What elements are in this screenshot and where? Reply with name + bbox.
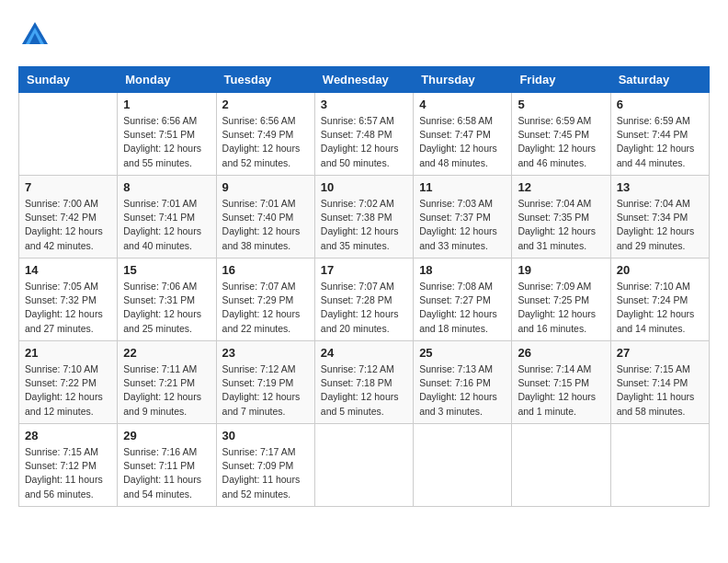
calendar-cell: 18Sunrise: 7:08 AM Sunset: 7:27 PM Dayli…: [414, 259, 512, 341]
day-number: 10: [321, 180, 407, 194]
day-number: 7: [25, 180, 111, 194]
day-header-friday: Friday: [512, 67, 610, 93]
day-header-tuesday: Tuesday: [216, 67, 314, 93]
day-number: 15: [123, 263, 210, 277]
day-info: Sunrise: 7:05 AM Sunset: 7:32 PM Dayligh…: [25, 280, 111, 336]
day-info: Sunrise: 6:56 AM Sunset: 7:51 PM Dayligh…: [123, 114, 210, 170]
day-header-monday: Monday: [118, 67, 216, 93]
day-number: 8: [123, 180, 210, 194]
calendar-cell: 4Sunrise: 6:58 AM Sunset: 7:47 PM Daylig…: [414, 93, 512, 176]
day-info: Sunrise: 7:00 AM Sunset: 7:42 PM Dayligh…: [25, 197, 111, 253]
day-info: Sunrise: 7:10 AM Sunset: 7:22 PM Dayligh…: [25, 362, 111, 419]
day-number: 28: [25, 429, 111, 442]
day-info: Sunrise: 7:17 AM Sunset: 7:09 PM Dayligh…: [222, 445, 309, 501]
calendar-cell: 21Sunrise: 7:10 AM Sunset: 7:22 PM Dayli…: [19, 341, 118, 424]
calendar-cell: 23Sunrise: 7:12 AM Sunset: 7:19 PM Dayli…: [216, 341, 314, 424]
day-info: Sunrise: 6:57 AM Sunset: 7:48 PM Dayligh…: [321, 114, 407, 170]
day-info: Sunrise: 7:11 AM Sunset: 7:21 PM Dayligh…: [123, 362, 210, 419]
day-info: Sunrise: 7:07 AM Sunset: 7:28 PM Dayligh…: [321, 280, 407, 336]
day-info: Sunrise: 7:04 AM Sunset: 7:34 PM Dayligh…: [617, 197, 703, 253]
calendar-cell: 5Sunrise: 6:59 AM Sunset: 7:45 PM Daylig…: [512, 93, 610, 176]
calendar-cell: 24Sunrise: 7:12 AM Sunset: 7:18 PM Dayli…: [314, 341, 413, 424]
day-info: Sunrise: 7:14 AM Sunset: 7:15 PM Dayligh…: [518, 362, 604, 419]
calendar-cell: 9Sunrise: 7:01 AM Sunset: 7:40 PM Daylig…: [216, 176, 314, 259]
day-number: 5: [518, 98, 604, 111]
calendar-cell: 28Sunrise: 7:15 AM Sunset: 7:12 PM Dayli…: [19, 424, 118, 507]
day-number: 18: [419, 263, 506, 277]
day-header-sunday: Sunday: [19, 67, 118, 93]
day-header-thursday: Thursday: [414, 67, 512, 93]
day-info: Sunrise: 7:15 AM Sunset: 7:12 PM Dayligh…: [25, 445, 111, 501]
header: [18, 18, 710, 52]
day-number: 13: [617, 180, 703, 194]
week-row-3: 14Sunrise: 7:05 AM Sunset: 7:32 PM Dayli…: [19, 259, 710, 341]
day-info: Sunrise: 7:04 AM Sunset: 7:35 PM Dayligh…: [518, 197, 604, 253]
day-number: 19: [518, 263, 604, 277]
day-info: Sunrise: 7:09 AM Sunset: 7:25 PM Dayligh…: [518, 280, 604, 336]
day-number: 2: [222, 98, 309, 111]
calendar-cell: 13Sunrise: 7:04 AM Sunset: 7:34 PM Dayli…: [610, 176, 709, 259]
calendar-cell: 7Sunrise: 7:00 AM Sunset: 7:42 PM Daylig…: [19, 176, 118, 259]
day-info: Sunrise: 6:56 AM Sunset: 7:49 PM Dayligh…: [222, 114, 309, 170]
week-row-5: 28Sunrise: 7:15 AM Sunset: 7:12 PM Dayli…: [19, 424, 710, 507]
day-number: 12: [518, 180, 604, 194]
day-info: Sunrise: 7:12 AM Sunset: 7:19 PM Dayligh…: [222, 362, 309, 419]
calendar-cell: [414, 424, 512, 507]
calendar-cell: 19Sunrise: 7:09 AM Sunset: 7:25 PM Dayli…: [512, 259, 610, 341]
day-number: 20: [617, 263, 703, 277]
day-number: 16: [222, 263, 309, 277]
week-row-4: 21Sunrise: 7:10 AM Sunset: 7:22 PM Dayli…: [19, 341, 710, 424]
day-number: 14: [25, 263, 111, 277]
day-number: 29: [123, 429, 210, 442]
calendar-cell: [19, 93, 118, 176]
calendar-header-row: SundayMondayTuesdayWednesdayThursdayFrid…: [19, 67, 710, 93]
day-number: 26: [518, 346, 604, 360]
day-header-wednesday: Wednesday: [314, 67, 413, 93]
calendar-cell: [512, 424, 610, 507]
day-number: 27: [617, 346, 703, 360]
calendar-cell: 11Sunrise: 7:03 AM Sunset: 7:37 PM Dayli…: [414, 176, 512, 259]
day-info: Sunrise: 7:16 AM Sunset: 7:11 PM Dayligh…: [123, 445, 210, 501]
calendar-cell: 25Sunrise: 7:13 AM Sunset: 7:16 PM Dayli…: [414, 341, 512, 424]
calendar-cell: 6Sunrise: 6:59 AM Sunset: 7:44 PM Daylig…: [610, 93, 709, 176]
day-number: 25: [419, 346, 506, 360]
calendar-cell: 27Sunrise: 7:15 AM Sunset: 7:14 PM Dayli…: [610, 341, 709, 424]
day-info: Sunrise: 7:08 AM Sunset: 7:27 PM Dayligh…: [419, 280, 506, 336]
day-number: 17: [321, 263, 407, 277]
calendar-cell: 17Sunrise: 7:07 AM Sunset: 7:28 PM Dayli…: [314, 259, 413, 341]
calendar-cell: 14Sunrise: 7:05 AM Sunset: 7:32 PM Dayli…: [19, 259, 118, 341]
calendar-cell: [314, 424, 413, 507]
day-number: 24: [321, 346, 407, 360]
day-info: Sunrise: 7:01 AM Sunset: 7:41 PM Dayligh…: [123, 197, 210, 253]
day-info: Sunrise: 7:13 AM Sunset: 7:16 PM Dayligh…: [419, 362, 506, 419]
day-info: Sunrise: 7:02 AM Sunset: 7:38 PM Dayligh…: [321, 197, 407, 253]
calendar-cell: 30Sunrise: 7:17 AM Sunset: 7:09 PM Dayli…: [216, 424, 314, 507]
calendar-cell: 8Sunrise: 7:01 AM Sunset: 7:41 PM Daylig…: [118, 176, 216, 259]
logo: [18, 18, 55, 52]
day-number: 21: [25, 346, 111, 360]
calendar-cell: 12Sunrise: 7:04 AM Sunset: 7:35 PM Dayli…: [512, 176, 610, 259]
calendar-cell: 16Sunrise: 7:07 AM Sunset: 7:29 PM Dayli…: [216, 259, 314, 341]
calendar-cell: 29Sunrise: 7:16 AM Sunset: 7:11 PM Dayli…: [118, 424, 216, 507]
calendar-cell: 10Sunrise: 7:02 AM Sunset: 7:38 PM Dayli…: [314, 176, 413, 259]
calendar-cell: 26Sunrise: 7:14 AM Sunset: 7:15 PM Dayli…: [512, 341, 610, 424]
day-info: Sunrise: 7:03 AM Sunset: 7:37 PM Dayligh…: [419, 197, 506, 253]
day-info: Sunrise: 7:07 AM Sunset: 7:29 PM Dayligh…: [222, 280, 309, 336]
calendar-cell: 1Sunrise: 6:56 AM Sunset: 7:51 PM Daylig…: [118, 93, 216, 176]
day-number: 30: [222, 429, 309, 442]
calendar-table: SundayMondayTuesdayWednesdayThursdayFrid…: [18, 66, 710, 507]
week-row-2: 7Sunrise: 7:00 AM Sunset: 7:42 PM Daylig…: [19, 176, 710, 259]
logo-icon: [18, 18, 51, 52]
day-info: Sunrise: 6:59 AM Sunset: 7:45 PM Dayligh…: [518, 114, 604, 170]
day-number: 1: [123, 98, 210, 111]
calendar-cell: 22Sunrise: 7:11 AM Sunset: 7:21 PM Dayli…: [118, 341, 216, 424]
day-info: Sunrise: 7:06 AM Sunset: 7:31 PM Dayligh…: [123, 280, 210, 336]
day-header-saturday: Saturday: [610, 67, 709, 93]
day-info: Sunrise: 7:12 AM Sunset: 7:18 PM Dayligh…: [321, 362, 407, 419]
day-number: 9: [222, 180, 309, 194]
calendar-cell: 15Sunrise: 7:06 AM Sunset: 7:31 PM Dayli…: [118, 259, 216, 341]
calendar-body: 1Sunrise: 6:56 AM Sunset: 7:51 PM Daylig…: [19, 93, 710, 507]
day-number: 4: [419, 98, 506, 111]
day-number: 23: [222, 346, 309, 360]
day-number: 11: [419, 180, 506, 194]
